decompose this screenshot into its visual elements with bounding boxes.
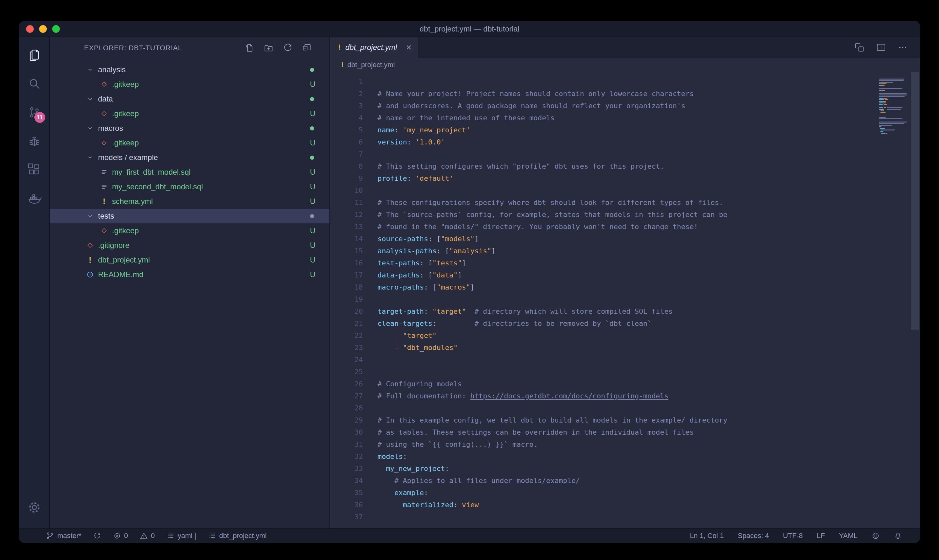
tree-folder-data[interactable]: data	[50, 92, 329, 106]
activity-extensions[interactable]	[19, 155, 50, 184]
tree-file-.gitkeep[interactable]: .gitkeepU	[50, 106, 329, 121]
tree-file-.gitkeep[interactable]: .gitkeepU	[50, 77, 329, 92]
tree-file-.gitkeep[interactable]: .gitkeepU	[50, 223, 329, 238]
line-number[interactable]: 17	[330, 269, 363, 281]
code-line-28[interactable]: 28	[330, 402, 879, 414]
code-line-32[interactable]: 32models:	[330, 451, 879, 463]
tree-folder-models-example[interactable]: models / example	[50, 150, 329, 165]
activity-explorer[interactable]	[19, 41, 50, 69]
activity-debug[interactable]	[19, 127, 50, 155]
tab-dbt-project-yml[interactable]: ! dbt_project.yml ×	[330, 37, 418, 58]
new-folder-icon[interactable]	[264, 43, 273, 53]
line-number[interactable]: 36	[330, 499, 363, 511]
line-number[interactable]: 28	[330, 402, 363, 414]
code-line-4[interactable]: 4# name or the intended use of these mod…	[330, 112, 879, 124]
code-line-34[interactable]: 34 # Applies to all files under models/e…	[330, 475, 879, 487]
code-line-19[interactable]: 19	[330, 293, 879, 305]
line-number[interactable]: 5	[330, 124, 363, 136]
line-number[interactable]: 20	[330, 305, 363, 317]
line-number[interactable]: 16	[330, 257, 363, 269]
code-line-26[interactable]: 26# Configuring models	[330, 378, 879, 390]
line-number[interactable]: 10	[330, 185, 363, 197]
line-number[interactable]: 7	[330, 148, 363, 160]
code-line-23[interactable]: 23 - "dbt_modules"	[330, 342, 879, 354]
tree-file-.gitkeep[interactable]: .gitkeepU	[50, 135, 329, 150]
status-active-file[interactable]: dbt_project.yml	[208, 532, 267, 540]
activity-search[interactable]	[19, 69, 50, 98]
tree-file-readme.md[interactable]: README.mdU	[50, 267, 329, 282]
split-editor-icon[interactable]	[876, 42, 886, 52]
status-feedback[interactable]	[871, 532, 880, 540]
line-number[interactable]: 11	[330, 197, 363, 209]
code-line-8[interactable]: 8# This setting configures which "profil…	[330, 160, 879, 172]
status-language-mode[interactable]: YAML	[839, 532, 857, 540]
line-number[interactable]: 24	[330, 354, 363, 366]
status-warnings[interactable]: 0	[140, 532, 155, 540]
code-line-16[interactable]: 16test-paths: ["tests"]	[330, 257, 879, 269]
code-line-18[interactable]: 18macro-paths: ["macros"]	[330, 281, 879, 293]
open-changes-icon[interactable]	[854, 42, 865, 52]
status-cursor-position[interactable]: Ln 1, Col 1	[690, 532, 723, 540]
code-line-11[interactable]: 11# These configurations specify where d…	[330, 197, 879, 209]
line-number[interactable]: 33	[330, 463, 363, 475]
code-line-20[interactable]: 20target-path: "target" # directory whic…	[330, 305, 879, 317]
code-line-5[interactable]: 5name: 'my_new_project'	[330, 124, 879, 136]
close-window-button[interactable]	[26, 25, 34, 33]
activity-settings[interactable]	[19, 493, 50, 522]
scrollbar-thumb[interactable]	[911, 72, 919, 330]
line-number[interactable]: 14	[330, 233, 363, 245]
code-line-3[interactable]: 3# and underscores. A good package name …	[330, 100, 879, 112]
code-line-37[interactable]: 37	[330, 511, 879, 523]
line-number[interactable]: 23	[330, 342, 363, 354]
code-line-33[interactable]: 33 my_new_project:	[330, 463, 879, 475]
tree-file-my-first-dbt-model.sql[interactable]: my_first_dbt_model.sqlU	[50, 165, 329, 180]
code-line-31[interactable]: 31# using the `{{ config(...) }}` macro.	[330, 438, 879, 451]
tree-file-dbt-project.yml[interactable]: !dbt_project.ymlU	[50, 252, 329, 267]
line-number[interactable]: 18	[330, 281, 363, 293]
code-line-35[interactable]: 35 example:	[330, 487, 879, 499]
code-line-15[interactable]: 15analysis-paths: ["analysis"]	[330, 245, 879, 257]
code-line-6[interactable]: 6version: '1.0.0'	[330, 136, 879, 148]
tree-folder-tests[interactable]: tests	[50, 209, 329, 223]
line-number[interactable]: 26	[330, 378, 363, 390]
line-number[interactable]: 21	[330, 317, 363, 330]
status-errors[interactable]: 0	[113, 532, 128, 540]
tree-folder-macros[interactable]: macros	[50, 121, 329, 135]
zoom-window-button[interactable]	[52, 25, 60, 33]
line-number[interactable]: 2	[330, 88, 363, 100]
code-line-29[interactable]: 29# In this example config, we tell dbt …	[330, 414, 879, 426]
line-number[interactable]: 15	[330, 245, 363, 257]
code-line-14[interactable]: 14source-paths: ["models"]	[330, 233, 879, 245]
line-number[interactable]: 12	[330, 209, 363, 221]
line-number[interactable]: 30	[330, 426, 363, 438]
activity-source-control[interactable]: 11	[19, 98, 50, 127]
line-number[interactable]: 19	[330, 293, 363, 305]
status-yaml-schema[interactable]: yaml |	[167, 532, 196, 540]
tree-folder-analysis[interactable]: analysis	[50, 62, 329, 77]
line-number[interactable]: 27	[330, 390, 363, 402]
code-line-1[interactable]: 1	[330, 76, 879, 88]
code-line-9[interactable]: 9profile: 'default'	[330, 172, 879, 185]
code-line-21[interactable]: 21clean-targets: # directories to be rem…	[330, 317, 879, 330]
code-line-30[interactable]: 30# as tables. These settings can be ove…	[330, 426, 879, 438]
code-line-10[interactable]: 10	[330, 185, 879, 197]
line-number[interactable]: 37	[330, 511, 363, 523]
line-number[interactable]: 22	[330, 330, 363, 342]
line-number[interactable]: 35	[330, 487, 363, 499]
minimap[interactable]	[879, 72, 910, 528]
code-line-13[interactable]: 13# found in the "models/" directory. Yo…	[330, 221, 879, 233]
code-editor[interactable]: 12# Name your project! Project names sho…	[330, 72, 879, 528]
status-encoding[interactable]: UTF-8	[783, 532, 803, 540]
line-number[interactable]: 31	[330, 438, 363, 451]
line-number[interactable]: 34	[330, 475, 363, 487]
refresh-icon[interactable]	[283, 43, 292, 53]
status-eol[interactable]: LF	[817, 532, 825, 540]
collapse-all-icon[interactable]	[302, 43, 312, 53]
status-indentation[interactable]: Spaces: 4	[738, 532, 769, 540]
line-number[interactable]: 6	[330, 136, 363, 148]
code-line-25[interactable]: 25	[330, 366, 879, 378]
breadcrumb[interactable]: ! dbt_project.yml	[330, 58, 920, 72]
code-line-24[interactable]: 24	[330, 354, 879, 366]
close-tab-icon[interactable]: ×	[406, 43, 412, 52]
status-notifications[interactable]	[894, 532, 902, 540]
